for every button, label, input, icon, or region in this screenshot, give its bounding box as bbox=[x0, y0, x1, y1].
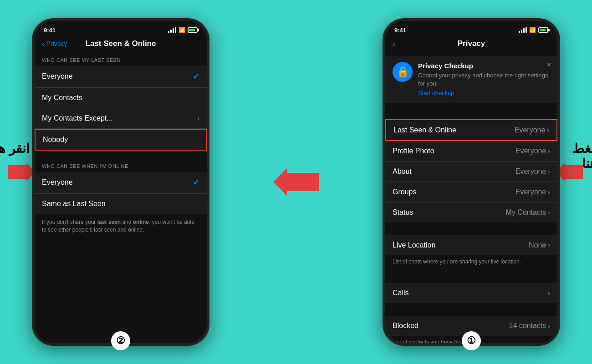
item-calls[interactable]: Calls › bbox=[385, 283, 557, 303]
item-live-location-label: Live Location bbox=[393, 241, 435, 249]
item-profile-photo-label: Profile Photo bbox=[393, 147, 434, 155]
item-status-value: My Contacts › bbox=[505, 208, 550, 217]
item-blocked-label: Blocked bbox=[393, 322, 418, 330]
back-chevron-left: ‹ bbox=[42, 39, 45, 48]
gap1 bbox=[385, 106, 557, 119]
chevron-last-seen: › bbox=[547, 126, 549, 134]
option-same-as-lastseen-label: Same as Last Seen bbox=[42, 200, 106, 208]
left-arrow bbox=[8, 163, 36, 181]
option-nobody-label: Nobody bbox=[43, 136, 68, 144]
chevron-profile-photo: › bbox=[548, 147, 550, 155]
item-about-value: Everyone › bbox=[515, 167, 550, 176]
item-groups-value: Everyone › bbox=[515, 188, 550, 196]
phone-notch-left bbox=[93, 21, 148, 33]
privacy-items-group: Last Seen & Online Everyone › Profile Ph… bbox=[385, 119, 557, 222]
item-groups-label: Groups bbox=[393, 188, 416, 196]
checkup-text: Privacy Checkup Control your privacy and… bbox=[418, 62, 550, 96]
calls-group: Calls › bbox=[385, 283, 557, 303]
item-groups[interactable]: Groups Everyone › bbox=[385, 182, 557, 202]
left-annotation: انقر هنا bbox=[0, 141, 30, 156]
back-label-left: Privacy bbox=[46, 40, 67, 47]
item-status-label: Status bbox=[393, 208, 413, 217]
option-mycontacts-lastseen-label: My Contacts bbox=[42, 94, 82, 102]
item-blocked-value: 14 contacts › bbox=[509, 322, 551, 330]
battery-icon-right bbox=[538, 27, 548, 33]
last-seen-options-group: Everyone ✓ My Contacts My Contacts Excep… bbox=[35, 66, 207, 151]
scene: انقر هنا 9:41 📶 bbox=[0, 0, 592, 364]
live-location-group: Live Location None › bbox=[385, 235, 557, 255]
option-everyone-online[interactable]: Everyone ✓ bbox=[35, 172, 207, 194]
item-live-location[interactable]: Live Location None › bbox=[385, 235, 557, 255]
wifi-icon: 📶 bbox=[179, 27, 185, 33]
section2-label: WHO CAN SEE WHEN I'M ONLINE bbox=[35, 158, 207, 172]
section1-label: WHO CAN SEE MY LAST SEEN bbox=[35, 52, 207, 66]
center-arrow bbox=[273, 168, 319, 196]
back-button-left[interactable]: ‹ Privacy bbox=[42, 39, 67, 48]
option-everyone-online-label: Everyone bbox=[42, 178, 73, 187]
svg-marker-0 bbox=[8, 163, 36, 181]
circle-number-1: ① bbox=[462, 331, 481, 350]
page-title-left: Last Seen & Online bbox=[86, 39, 156, 48]
screen-right: 🔒 Privacy Checkup Control your privacy a… bbox=[385, 52, 557, 346]
chevron-mycontacts-except: › bbox=[197, 115, 199, 122]
item-about[interactable]: About Everyone › bbox=[385, 162, 557, 182]
checkup-card: 🔒 Privacy Checkup Control your privacy a… bbox=[385, 56, 557, 103]
item-about-label: About bbox=[393, 167, 412, 176]
checkup-icon: 🔒 bbox=[393, 62, 413, 82]
phone-right: 9:41 📶 ‹ Privacy bbox=[383, 18, 560, 346]
item-last-seen-online-label: Last Seen & Online bbox=[393, 126, 456, 134]
screen-left: WHO CAN SEE MY LAST SEEN Everyone ✓ My C… bbox=[35, 52, 207, 245]
checkup-card-group: 🔒 Privacy Checkup Control your privacy a… bbox=[385, 56, 557, 103]
svg-marker-1 bbox=[273, 168, 319, 196]
option-everyone-lastseen-label: Everyone bbox=[42, 72, 73, 81]
chevron-about: › bbox=[548, 168, 550, 175]
back-button-right[interactable]: ‹ bbox=[393, 39, 396, 48]
circle-number-2: ② bbox=[111, 331, 130, 350]
item-profile-photo-value: Everyone › bbox=[515, 147, 550, 155]
item-profile-photo[interactable]: Profile Photo Everyone › bbox=[385, 141, 557, 162]
option-mycontacts-except-label: My Contacts Except... bbox=[42, 114, 113, 122]
item-calls-label: Calls bbox=[393, 289, 409, 297]
nav-bar-left: ‹ Privacy Last Seen & Online bbox=[35, 37, 207, 52]
gap3 bbox=[385, 270, 557, 283]
page-title-right: Privacy bbox=[458, 39, 485, 48]
gap4 bbox=[385, 303, 557, 316]
option-nobody[interactable]: Nobody bbox=[35, 129, 207, 151]
option-everyone-lastseen[interactable]: Everyone ✓ bbox=[35, 66, 207, 88]
item-last-seen-online[interactable]: Last Seen & Online Everyone › bbox=[385, 119, 557, 141]
chevron-live-location: › bbox=[548, 242, 550, 249]
item-live-location-value: None › bbox=[529, 241, 550, 249]
option-same-as-lastseen[interactable]: Same as Last Seen bbox=[35, 194, 207, 214]
checkmark-everyone-online: ✓ bbox=[193, 177, 199, 187]
item-status[interactable]: Status My Contacts › bbox=[385, 202, 557, 222]
checkup-desc: Control your privacy and choose the righ… bbox=[418, 71, 550, 88]
live-location-note: List of chats where you are sharing your… bbox=[385, 255, 557, 270]
time-right: 9:41 bbox=[394, 27, 406, 34]
back-chevron-right: ‹ bbox=[393, 39, 396, 48]
gap2 bbox=[385, 222, 557, 235]
checkmark-everyone: ✓ bbox=[193, 71, 199, 81]
checkup-link[interactable]: Start checkup bbox=[418, 90, 550, 96]
online-options-group: Everyone ✓ Same as Last Seen bbox=[35, 172, 207, 214]
chevron-blocked: › bbox=[548, 322, 550, 329]
chevron-groups: › bbox=[548, 188, 550, 196]
phone-notch-right bbox=[444, 21, 499, 33]
signal-icon-right bbox=[519, 27, 527, 33]
option-mycontacts-lastseen[interactable]: My Contacts bbox=[35, 88, 207, 108]
checkup-close-button[interactable]: ✕ bbox=[546, 61, 552, 68]
signal-icon bbox=[168, 27, 176, 33]
time-left: 9:41 bbox=[44, 27, 56, 34]
checkup-title: Privacy Checkup bbox=[418, 62, 550, 70]
wifi-icon-right: 📶 bbox=[529, 27, 536, 33]
item-last-seen-online-value: Everyone › bbox=[515, 126, 549, 134]
nav-bar-right: ‹ Privacy bbox=[385, 37, 557, 52]
online-note: If you don't share your last seen and on… bbox=[35, 214, 207, 236]
phone-left: 9:41 📶 ‹ Privacy Last Seen & Onli bbox=[32, 18, 209, 346]
option-mycontacts-except[interactable]: My Contacts Except... › bbox=[35, 108, 207, 129]
chevron-calls: › bbox=[548, 289, 550, 297]
chevron-status: › bbox=[548, 209, 550, 216]
status-icons-left: 📶 bbox=[168, 27, 198, 33]
status-icons-right: 📶 bbox=[519, 27, 548, 33]
battery-icon bbox=[188, 27, 198, 33]
